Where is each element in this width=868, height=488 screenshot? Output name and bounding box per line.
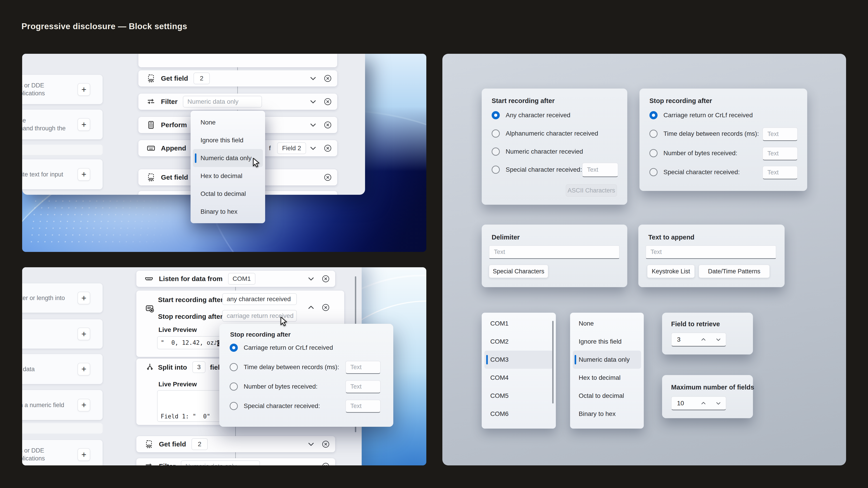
split-count-value[interactable]: 3 — [192, 361, 206, 373]
keystroke-list-button[interactable]: Keystroke List — [647, 265, 694, 278]
byte-count-input[interactable] — [345, 380, 381, 393]
palette-card[interactable]: rite text for input + — [22, 159, 103, 189]
radio-option[interactable]: Alphanumeric character received — [492, 129, 598, 138]
ascii-characters-button[interactable]: ASCII Characters — [566, 184, 617, 197]
radio-option[interactable]: Number of bytes received: — [649, 149, 737, 157]
list-item[interactable]: Hex to decimal — [570, 369, 644, 387]
radio-option[interactable]: Any character received — [492, 111, 570, 119]
radio-on-icon[interactable] — [230, 344, 238, 352]
palette-card[interactable]: iter or length into + — [22, 283, 103, 313]
stepper-down-icon[interactable] — [711, 400, 726, 407]
list-item[interactable]: Ignore this field — [570, 332, 644, 351]
radio-off-icon[interactable] — [649, 130, 657, 138]
time-delay-input[interactable] — [763, 127, 798, 141]
record-start-value[interactable]: any character received — [222, 293, 297, 305]
radio-off-icon[interactable] — [649, 168, 657, 176]
block-row-filter-partial[interactable]: Filter Numeric data only — [136, 458, 335, 465]
list-scrollbar[interactable] — [552, 321, 554, 403]
dropdown-item[interactable]: Ignore this field — [191, 131, 265, 149]
chevron-down-icon[interactable] — [309, 98, 317, 105]
add-block-button[interactable]: + — [78, 118, 90, 131]
dropdown-item[interactable]: Binary to hex — [191, 203, 265, 221]
list-item[interactable]: COM2 — [482, 332, 556, 351]
palette-card[interactable]: s or DDEplications + — [22, 75, 103, 104]
special-character-input[interactable] — [763, 166, 798, 180]
list-item[interactable]: Binary to hex — [570, 405, 644, 423]
palette-card[interactable]: + — [22, 319, 103, 349]
dropdown-item[interactable]: None — [191, 113, 265, 131]
list-item[interactable]: COM5 — [482, 387, 556, 405]
palette-card[interactable]: cehand through the + — [22, 109, 103, 139]
radio-on-icon[interactable] — [492, 111, 500, 119]
block-row-get-field[interactable]: Get field 2 — [138, 70, 337, 87]
stepper-down-icon[interactable] — [711, 336, 726, 343]
dropdown-item[interactable]: Octal to decimal — [191, 185, 265, 203]
add-block-button[interactable]: + — [78, 448, 90, 461]
block-row-partial-top[interactable] — [138, 54, 337, 67]
append-field-value[interactable]: Field 2 — [277, 142, 306, 154]
field-number-stepper[interactable]: 3 — [671, 332, 726, 347]
datetime-patterns-button[interactable]: Date/Time Patterns — [699, 265, 770, 278]
com-port-value[interactable]: COM1 — [228, 273, 255, 285]
list-item[interactable]: COM4 — [482, 369, 556, 387]
list-item[interactable]: COM6 — [482, 405, 556, 423]
add-block-button[interactable]: + — [78, 168, 90, 181]
radio-option[interactable]: Special character received: — [649, 168, 740, 176]
radio-option[interactable]: Special character received: — [230, 402, 320, 410]
chevron-down-icon[interactable] — [307, 275, 315, 283]
add-block-button[interactable]: + — [78, 292, 90, 304]
filter-value[interactable]: Numeric data only — [181, 460, 260, 465]
radio-option[interactable]: Carriage return or CrLf received — [649, 111, 753, 119]
close-icon[interactable] — [322, 303, 330, 313]
radio-option[interactable]: Number of bytes received: — [230, 383, 318, 391]
chevron-down-icon[interactable] — [309, 74, 317, 82]
block-row-get-field[interactable]: Get field 2 — [136, 436, 335, 452]
add-block-button[interactable]: + — [78, 363, 90, 376]
close-icon[interactable] — [324, 74, 332, 83]
radio-off-icon[interactable] — [649, 149, 657, 157]
radio-off-icon[interactable] — [230, 363, 238, 371]
radio-off-icon[interactable] — [230, 383, 238, 391]
palette-card[interactable]: n a numeric field + — [22, 390, 103, 420]
close-icon[interactable] — [324, 121, 332, 129]
stepper-up-icon[interactable] — [696, 336, 711, 343]
block-row-filter[interactable]: Filter Numeric data only — [138, 94, 337, 110]
list-item[interactable]: None — [570, 315, 644, 332]
stepper-up-icon[interactable] — [696, 400, 711, 407]
dropdown-item[interactable]: Hex to decimal — [191, 167, 265, 185]
close-icon[interactable] — [324, 173, 332, 182]
radio-on-icon[interactable] — [649, 111, 657, 119]
add-block-button[interactable]: + — [78, 328, 90, 340]
radio-off-icon[interactable] — [492, 148, 500, 156]
radio-off-icon[interactable] — [230, 402, 238, 410]
list-item-selected[interactable]: Numeric data only — [573, 351, 641, 369]
block-row-listen[interactable]: Listen for data from COM1 — [136, 271, 335, 287]
radio-option[interactable]: Special character received: — [492, 166, 582, 174]
palette-card[interactable]: s or DDEplications + — [22, 440, 103, 465]
append-text-input[interactable] — [646, 246, 776, 259]
close-icon[interactable] — [324, 144, 332, 152]
close-icon[interactable] — [322, 275, 330, 283]
chevron-down-icon[interactable] — [307, 440, 315, 448]
radio-option[interactable]: Time delay between records (ms): — [649, 130, 759, 138]
list-item[interactable]: Octal to decimal — [570, 387, 644, 405]
field-number-value[interactable]: 2 — [191, 438, 208, 450]
radio-off-icon[interactable] — [492, 166, 500, 174]
close-icon[interactable] — [322, 440, 330, 448]
field-number-value[interactable]: 2 — [193, 72, 210, 84]
close-icon[interactable] — [324, 98, 332, 106]
palette-card[interactable]: f data + — [22, 354, 103, 384]
add-block-button[interactable]: + — [78, 399, 90, 412]
radio-off-icon[interactable] — [492, 129, 500, 138]
filter-value[interactable]: Numeric data only — [183, 96, 262, 107]
add-block-button[interactable]: + — [78, 83, 90, 96]
byte-count-input[interactable] — [763, 147, 798, 160]
special-character-input[interactable] — [345, 400, 381, 413]
special-characters-button[interactable]: Special Characters — [489, 265, 548, 278]
radio-option[interactable]: Numeric character recevied — [492, 148, 583, 156]
special-character-input[interactable] — [582, 163, 618, 177]
close-icon[interactable] — [322, 462, 330, 465]
max-fields-stepper[interactable]: 10 — [671, 396, 726, 410]
list-item[interactable]: COM1 — [482, 315, 556, 332]
radio-option[interactable]: Time delay between records (ms): — [230, 363, 339, 371]
